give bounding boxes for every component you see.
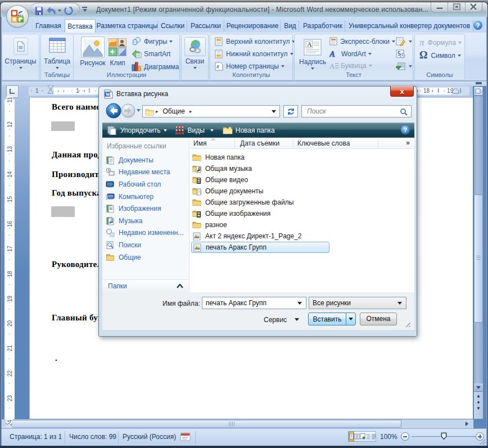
svg-text:W: W <box>106 92 110 97</box>
svg-text:A: A <box>329 62 335 70</box>
svg-text:#: # <box>216 64 219 70</box>
svg-text:A: A <box>307 40 312 48</box>
svg-text:A: A <box>329 49 335 58</box>
